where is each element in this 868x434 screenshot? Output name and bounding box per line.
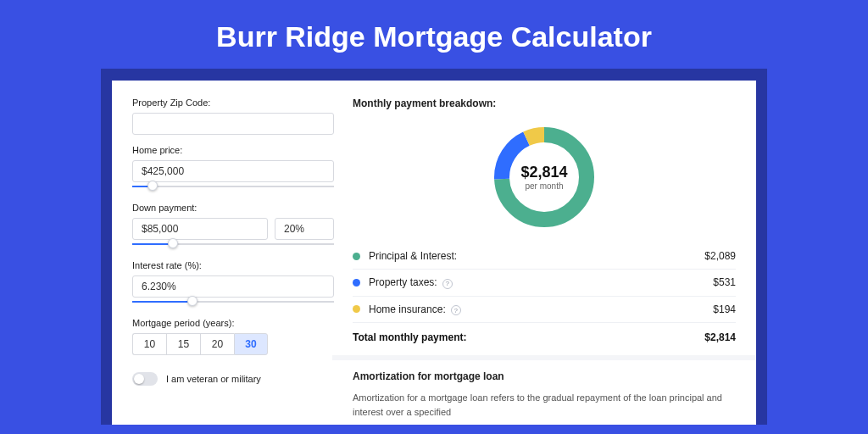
breakdown-name: Principal & Interest:	[369, 250, 704, 262]
dot-icon	[353, 305, 360, 313]
zip-label: Property Zip Code:	[132, 97, 334, 108]
breakdown-total-row: Total monthly payment: $2,814	[353, 323, 736, 355]
breakdown-row-taxes: Property taxes:? $531	[353, 270, 736, 297]
period-30-button[interactable]: 30	[234, 333, 268, 355]
down-payment-label: Down payment:	[132, 203, 334, 213]
interest-input[interactable]	[132, 275, 334, 298]
breakdown-value: $2,089	[704, 250, 736, 262]
amortization-text: Amortization for a mortgage loan refers …	[353, 391, 736, 419]
info-icon[interactable]: ?	[451, 305, 461, 315]
breakdown-title: Monthly payment breakdown:	[353, 97, 736, 109]
breakdown-name: Property taxes:?	[369, 276, 713, 289]
info-icon[interactable]: ?	[442, 279, 453, 289]
period-20-button[interactable]: 20	[200, 333, 234, 355]
down-payment-slider[interactable]	[132, 240, 334, 250]
breakdown-value: $531	[713, 276, 736, 288]
donut-chart: $2,814 per month	[353, 118, 736, 243]
home-price-input[interactable]	[132, 160, 334, 182]
home-price-slider[interactable]	[132, 182, 334, 192]
breakdown-row-insurance: Home insurance:? $194	[353, 297, 736, 324]
breakdown-row-principal: Principal & Interest: $2,089	[353, 243, 736, 270]
home-price-label: Home price:	[132, 145, 334, 155]
zip-input[interactable]	[132, 113, 334, 135]
amortization-title: Amortization for mortgage loan	[353, 370, 736, 382]
veteran-toggle[interactable]	[132, 372, 158, 386]
down-payment-pct-input[interactable]	[275, 218, 334, 240]
inputs-column: Property Zip Code: Home price: Down paym…	[132, 97, 334, 425]
amortization-section: Amortization for mortgage loan Amortizat…	[332, 355, 756, 419]
interest-slider[interactable]	[132, 298, 334, 308]
breakdown-value: $194	[713, 303, 736, 315]
calculator-panel: Property Zip Code: Home price: Down paym…	[101, 69, 767, 425]
chart-center-sub: per month	[525, 181, 563, 191]
period-button-group: 10 15 20 30	[132, 333, 334, 355]
period-label: Mortgage period (years):	[132, 318, 334, 328]
total-label: Total monthly payment:	[353, 331, 704, 343]
interest-label: Interest rate (%):	[132, 260, 334, 270]
dot-icon	[353, 253, 360, 260]
veteran-label: I am veteran or military	[166, 374, 261, 384]
dot-icon	[353, 279, 360, 287]
period-10-button[interactable]: 10	[132, 333, 166, 355]
page-title: Burr Ridge Mortgage Calculator	[0, 0, 868, 69]
period-15-button[interactable]: 15	[166, 333, 200, 355]
calculator-card: Property Zip Code: Home price: Down paym…	[112, 81, 756, 425]
total-value: $2,814	[704, 331, 736, 343]
breakdown-column: Monthly payment breakdown: $2,814 per mo…	[353, 97, 736, 425]
down-payment-input[interactable]	[132, 218, 268, 240]
chart-center-amount: $2,814	[520, 164, 567, 181]
breakdown-name: Home insurance:?	[369, 303, 713, 316]
